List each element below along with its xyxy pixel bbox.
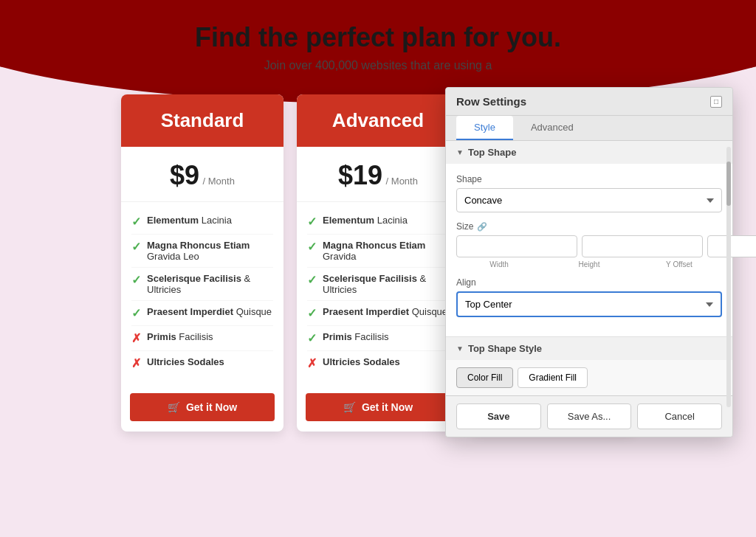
list-item: ✓ Elementum Lacinia — [131, 209, 273, 235]
card-cta-advanced: 🛒 Get it Now — [297, 383, 459, 432]
cart-icon: 🛒 — [168, 401, 180, 413]
size-height-input[interactable] — [582, 235, 703, 257]
checkmark-icon: ✓ — [307, 273, 317, 287]
align-select[interactable]: Top Center Top Left Top Right Bottom Cen… — [456, 291, 722, 317]
shape-field-row: Shape Concave Convex Triangle None — [456, 174, 722, 212]
cross-icon: ✗ — [131, 331, 141, 345]
panel-title: Row Settings — [456, 95, 526, 108]
row-settings-panel: Row Settings □ Style Advanced ▼ Top Shap… — [445, 87, 733, 437]
chevron-down-icon: ▼ — [456, 148, 464, 156]
get-it-now-button-advanced[interactable]: 🛒 Get it Now — [306, 393, 450, 421]
height-label: Height — [546, 260, 632, 268]
tab-advanced[interactable]: Advanced — [513, 116, 591, 140]
list-item: ✓ Scelerisque Facilisis & Ultricies — [307, 268, 449, 301]
fill-buttons-container: Color Fill Gradient Fill — [446, 360, 732, 395]
size-width-input[interactable] — [456, 235, 577, 257]
save-as-button[interactable]: Save As... — [547, 403, 632, 429]
checkmark-icon: ✓ — [131, 273, 141, 287]
card-price-standard: $9 / Month — [121, 147, 284, 202]
card-cta-standard: 🛒 Get it Now — [121, 383, 284, 432]
cross-icon: ✗ — [131, 356, 141, 370]
card-features-advanced: ✓ Elementum Lacinia ✓ Magna Rhoncus Etia… — [297, 202, 459, 383]
cancel-button[interactable]: Cancel — [637, 403, 722, 429]
size-inputs-row: px % em — [456, 235, 722, 257]
width-label: Width — [456, 260, 542, 268]
gradient-fill-button[interactable]: Gradient Fill — [518, 367, 588, 388]
shape-select[interactable]: Concave Convex Triangle None — [456, 188, 722, 212]
top-shape-section-header[interactable]: ▼ Top Shape — [446, 141, 732, 164]
minimize-button[interactable]: □ — [710, 96, 722, 108]
size-y-offset-input[interactable] — [707, 235, 756, 257]
list-item: ✓ Elementum Lacinia — [307, 209, 449, 235]
shape-label: Shape — [456, 174, 722, 184]
tab-style[interactable]: Style — [456, 116, 513, 140]
checkmark-icon: ✓ — [131, 306, 141, 320]
card-features-standard: ✓ Elementum Lacinia ✓ Magna Rhoncus Etia… — [121, 202, 284, 383]
page-subtitle: Join over 400,000 websites that are usin… — [264, 59, 492, 72]
panel-scrollbar[interactable] — [726, 147, 731, 407]
size-label: Size 🔗 — [456, 221, 722, 232]
checkmark-icon: ✓ — [307, 240, 317, 254]
panel-tabs: Style Advanced — [446, 116, 732, 141]
y-offset-label: Y Offset — [636, 260, 722, 268]
size-column-labels: Width Height Y Offset — [456, 260, 722, 268]
panel-body: ▼ Top Shape Shape Concave Convex Triangl… — [446, 141, 732, 395]
list-item: ✓ Praesent Imperdiet Quisque — [131, 301, 273, 326]
checkmark-icon: ✓ — [307, 215, 317, 229]
checkmark-icon: ✓ — [131, 240, 141, 254]
get-it-now-button-standard[interactable]: 🛒 Get it Now — [130, 393, 275, 421]
panel-footer: Save Save As... Cancel — [446, 395, 732, 437]
list-item: ✗ Ultricies Sodales — [307, 351, 449, 375]
card-header-advanced: Advanced — [297, 94, 459, 147]
size-field-row: Size 🔗 px % em Width Height Y Of — [456, 221, 722, 268]
cart-icon: 🛒 — [343, 401, 356, 413]
pricing-card-standard: Standard $9 / Month ✓ Elementum Lacinia … — [121, 94, 284, 432]
save-button[interactable]: Save — [456, 403, 541, 429]
list-item: ✗ Ultricies Sodales — [131, 351, 273, 375]
top-shape-style-section-header[interactable]: ▼ Top Shape Style — [446, 336, 732, 360]
list-item: ✓ Praesent Imperdiet Quisque — [307, 301, 449, 326]
checkmark-icon: ✓ — [307, 306, 317, 320]
list-item: ✗ Primis Facilisis — [131, 326, 273, 351]
list-item: ✓ Magna Rhoncus Etiam Gravida — [307, 235, 449, 268]
color-fill-button[interactable]: Color Fill — [456, 367, 513, 388]
list-item: ✓ Primis Facilisis — [307, 326, 449, 351]
panel-header: Row Settings □ — [446, 88, 732, 116]
card-header-standard: Standard — [121, 94, 284, 147]
list-item: ✓ Magna Rhoncus Etiam Gravida Leo — [131, 235, 273, 268]
top-shape-fields: Shape Concave Convex Triangle None Size … — [446, 164, 732, 336]
card-price-advanced: $19 / Month — [297, 147, 459, 202]
scrollbar-thumb[interactable] — [726, 162, 731, 206]
link-icon: 🔗 — [477, 222, 487, 232]
cross-icon: ✗ — [307, 356, 317, 370]
pricing-card-advanced: Advanced $19 / Month ✓ Elementum Lacinia… — [297, 94, 459, 432]
align-field-row: Align Top Center Top Left Top Right Bott… — [456, 277, 722, 317]
checkmark-icon: ✓ — [307, 331, 317, 345]
chevron-down-icon: ▼ — [456, 344, 464, 353]
checkmark-icon: ✓ — [131, 215, 141, 229]
page-title: Find the perfect plan for you. — [195, 22, 561, 53]
align-label: Align — [456, 277, 722, 288]
list-item: ✓ Scelerisque Facilisis & Ultricies — [131, 268, 273, 301]
